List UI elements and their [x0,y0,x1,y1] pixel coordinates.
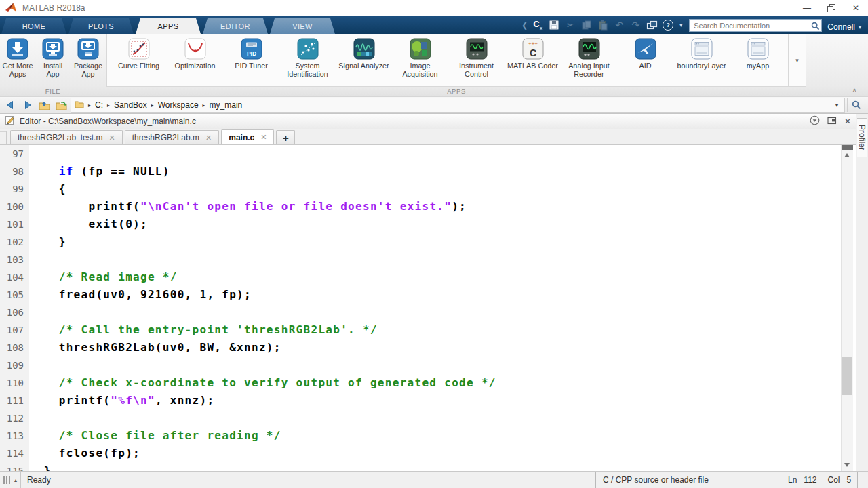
ribbon-tab-view[interactable]: VIEW [270,18,335,34]
cut-icon[interactable]: ✂ [563,18,578,32]
panel-grip[interactable]: ▴ [0,472,21,488]
code-text: { [29,180,66,198]
line-number: 115 [0,462,24,471]
close-button[interactable]: ✕ [844,1,868,16]
switch-windows-icon[interactable] [644,18,659,32]
app-package-app[interactable]: Package App [72,38,105,87]
editor-tab-threshrgb2lab-m[interactable]: threshRGB2Lab.m✕ [125,130,220,144]
editor-actions-icon[interactable] [810,115,820,127]
code-text: } [29,462,52,471]
app-aid[interactable]: AID [617,38,673,86]
app-curve-fitting[interactable]: Curve Fitting [111,38,167,86]
line-number: 98 [0,163,24,180]
undo-icon[interactable]: ↶ [612,18,627,32]
breadcrumb-item-my-main[interactable]: my_main [207,100,245,110]
scroll-up-arrow[interactable] [844,153,850,157]
up-one-level-icon[interactable] [37,98,52,112]
minimize-button[interactable]: — [795,1,819,16]
tab-close-icon[interactable]: ✕ [260,133,267,142]
app-image-acquisition[interactable]: Image Acquisition [392,38,448,86]
user-menu[interactable]: Connell ▾ [827,22,861,32]
app-label: Package App [72,62,105,78]
tab-label: main.c [229,133,254,142]
vertical-scrollbar[interactable] [841,145,853,471]
desktop-area: Editor - C:\SandBox\Workspace\my_main\ma… [0,114,868,471]
apps-gallery: Curve FittingOptimizationPIDPID TunerSys… [106,34,806,87]
paste-icon[interactable] [595,18,610,32]
search-icon[interactable] [811,21,820,33]
breadcrumb: ▸C:▸SandBox▸Workspace▸my_main ▾ [71,98,845,113]
app-instrument-control[interactable]: Instrument Control [448,38,505,86]
save-icon[interactable] [547,18,561,32]
scroll-down-arrow[interactable] [844,463,850,467]
app-boundarylayer[interactable]: boundaryLayer [673,38,730,86]
svg-text:C: C [529,47,536,58]
quick-access-edge: ❮ [521,21,528,30]
editor-dock-icon[interactable] [827,116,837,127]
current-folder-toolbar: ▸C:▸SandBox▸Workspace▸my_main ▾ [0,96,868,114]
breadcrumb-item-sandbox[interactable]: SandBox [111,100,150,110]
forward-icon[interactable] [20,98,35,112]
redo-icon[interactable]: ↷ [628,18,643,32]
copy-icon[interactable] [579,18,594,32]
code-editor[interactable]: 9798 if (fp == NULL)99 {100 printf("\nCa… [0,145,856,471]
breadcrumb-item-c-[interactable]: C: [92,100,106,110]
editor-close-icon[interactable]: ✕ [844,117,851,126]
quick-access-dropdown[interactable]: ▾ [677,22,685,28]
code-text: /* Close file after reading */ [29,427,281,445]
scrollbar-thumb[interactable] [842,357,852,395]
package-app-icon [77,38,99,60]
app-pid-tuner[interactable]: PIDPID Tuner [223,38,279,86]
ribbon-tab-plots[interactable]: PLOTS [68,18,134,34]
search-input[interactable] [689,19,822,32]
split-document-handle[interactable] [842,145,853,150]
app-system-identification[interactable]: System Identification [279,38,336,86]
breadcrumb-item-workspace[interactable]: Workspace [155,100,201,110]
app-get-more-apps[interactable]: Get More Apps [1,38,35,87]
editor-tab-threshrgb2lab-test-m[interactable]: threshRGB2Lab_test.m✕ [10,130,123,144]
line-number: 105 [0,286,24,304]
code-line: 109 [0,357,840,374]
folder-search-icon[interactable] [847,98,865,112]
line-number: 107 [0,321,24,339]
tab-close-icon[interactable]: ✕ [205,134,212,142]
app-optimization[interactable]: Optimization [167,38,223,86]
app-install-app[interactable]: Install App [37,38,70,87]
browse-folder-icon[interactable] [54,98,68,112]
generic-app-icon [691,38,713,60]
code-line: 114 fclose(fp); [0,445,840,462]
app-label: PID Tuner [235,62,268,70]
grip-up-icon: ▴ [14,477,17,483]
code-line: 97 [0,145,840,163]
line-number: 110 [0,374,24,392]
custom-command-icon[interactable]: Cx [530,18,545,32]
breadcrumb-separator-icon: ▸ [151,102,154,108]
line-number: 100 [0,198,24,216]
gallery-dropdown-button[interactable]: ▾ [788,34,806,86]
ribbon-tab-home[interactable]: HOME [1,18,66,34]
grip-bars-icon [3,476,12,484]
optimization-icon [184,38,206,60]
system-identification-icon [297,38,319,60]
app-signal-analyzer[interactable]: Signal Analyzer [336,38,392,86]
ribbon-tab-editor[interactable]: EDITOR [203,18,268,34]
editor-tab-main-c[interactable]: main.c✕ [221,129,274,144]
app-label: Signal Analyzer [338,62,389,70]
app-matlab-coder[interactable]: +++CMATLAB Coder [505,38,561,86]
profiler-tab[interactable]: Profiler [857,118,867,157]
new-tab-button[interactable]: + [276,130,295,144]
help-icon[interactable]: ? [660,18,675,32]
restore-button[interactable] [819,1,844,16]
code-text: /* Call the entry-point 'threshRGB2Lab'.… [29,321,378,339]
chevron-down-icon: ▾ [859,24,861,30]
line-number: 102 [0,233,24,251]
ribbon-tab-apps[interactable]: APPS [136,18,201,34]
app-myapp[interactable]: myApp [730,38,786,86]
tab-close-icon[interactable]: ✕ [108,134,115,142]
back-icon[interactable] [3,98,18,112]
app-analog-input-recorder[interactable]: Analog Input Recorder [561,38,617,86]
collapse-ribbon-button[interactable]: ∧ [852,87,857,94]
breadcrumb-dropdown[interactable]: ▾ [833,102,841,108]
install-app-icon [42,38,64,60]
tab-strip-grip[interactable] [0,131,7,144]
